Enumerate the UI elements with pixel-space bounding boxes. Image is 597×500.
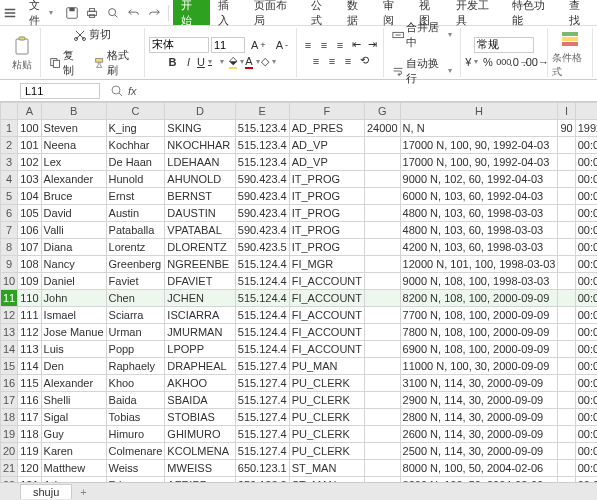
cell[interactable]: Hunold xyxy=(106,171,165,188)
cell[interactable]: Luis xyxy=(41,341,106,358)
cell[interactable] xyxy=(558,290,575,307)
col-header-A[interactable]: A xyxy=(18,103,41,120)
cell[interactable]: Sciarra xyxy=(106,307,165,324)
cell[interactable]: LPOPP xyxy=(165,341,235,358)
cell[interactable]: 00:00:00″ xyxy=(575,392,597,409)
cell[interactable] xyxy=(364,290,400,307)
fill-color-button[interactable]: ⬙▾ xyxy=(229,55,243,69)
cell[interactable]: 4200 N, 103, 60, 1998-03-03 xyxy=(400,239,558,256)
row-header[interactable]: 14 xyxy=(1,341,18,358)
cell[interactable]: 515.124.4 xyxy=(235,341,289,358)
cell[interactable]: Neena xyxy=(41,137,106,154)
cell[interactable] xyxy=(364,443,400,460)
cell[interactable]: PU_CLERK xyxy=(289,392,364,409)
cell[interactable]: 3100 N, 114, 30, 2000-09-09 xyxy=(400,375,558,392)
cell[interactable]: 515.124.4 xyxy=(235,307,289,324)
cell[interactable]: SKING xyxy=(165,120,235,137)
cell[interactable]: 112 xyxy=(18,324,41,341)
row-header[interactable]: 10 xyxy=(1,273,18,290)
col-header-C[interactable]: C xyxy=(106,103,165,120)
cell[interactable] xyxy=(364,154,400,171)
cell[interactable] xyxy=(364,239,400,256)
cell[interactable]: 00:00:00″ xyxy=(575,409,597,426)
cell[interactable] xyxy=(364,137,400,154)
row-header[interactable]: 2 xyxy=(1,137,18,154)
cell[interactable]: 110 xyxy=(18,290,41,307)
cell[interactable]: 515.123.4 xyxy=(235,120,289,137)
merge-button[interactable]: 合并居中▾ xyxy=(388,18,456,52)
cell[interactable]: FI_ACCOUNT xyxy=(289,273,364,290)
cell[interactable]: 2500 N, 114, 30, 2000-09-09 xyxy=(400,443,558,460)
cell[interactable]: DLORENTZ xyxy=(165,239,235,256)
row-header[interactable]: 22 xyxy=(1,477,18,483)
cell[interactable]: AHUNOLD xyxy=(165,171,235,188)
cell[interactable] xyxy=(364,409,400,426)
cell[interactable] xyxy=(558,358,575,375)
cell[interactable]: 515.123.4 xyxy=(235,137,289,154)
cell[interactable]: 590.423.4 xyxy=(235,222,289,239)
cell[interactable]: Sigal xyxy=(41,409,106,426)
cell[interactable]: Baida xyxy=(106,392,165,409)
cell[interactable]: 12000 N, 101, 100, 1998-03-03 xyxy=(400,256,558,273)
col-header-I[interactable]: I xyxy=(558,103,575,120)
row-header[interactable]: 21 xyxy=(1,460,18,477)
row-header[interactable]: 7 xyxy=(1,222,18,239)
row-header[interactable]: 13 xyxy=(1,324,18,341)
row-header[interactable]: 3 xyxy=(1,154,18,171)
cell[interactable]: GHIMURO xyxy=(165,426,235,443)
preview-icon[interactable] xyxy=(105,4,122,22)
cell[interactable]: 00:00:00″ xyxy=(575,324,597,341)
cell[interactable]: 00:00:00″ xyxy=(575,239,597,256)
cell[interactable]: IT_PROG xyxy=(289,239,364,256)
cell[interactable]: LDEHAAN xyxy=(165,154,235,171)
cell[interactable]: Tobias xyxy=(106,409,165,426)
cell[interactable] xyxy=(364,256,400,273)
cell[interactable]: 17000 N, 100, 90, 1992-04-03 xyxy=(400,137,558,154)
cell[interactable]: 515.127.4 xyxy=(235,392,289,409)
cell[interactable]: SBAIDA xyxy=(165,392,235,409)
clear-format-button[interactable]: ◇▾ xyxy=(261,55,275,69)
fx-button[interactable]: fx xyxy=(104,84,143,98)
cell[interactable]: 515.124.4 xyxy=(235,256,289,273)
cell[interactable]: FI_ACCOUNT xyxy=(289,324,364,341)
cell[interactable]: NGREENBE xyxy=(165,256,235,273)
cell[interactable]: 114 xyxy=(18,358,41,375)
col-header-D[interactable]: D xyxy=(165,103,235,120)
cell[interactable]: IT_PROG xyxy=(289,171,364,188)
cell[interactable] xyxy=(364,273,400,290)
cell[interactable]: Colmenare xyxy=(106,443,165,460)
cell[interactable]: VPATABAL xyxy=(165,222,235,239)
formula-input[interactable] xyxy=(143,84,597,98)
cell[interactable] xyxy=(364,171,400,188)
cell[interactable]: 515.124.4 xyxy=(235,324,289,341)
row-header[interactable]: 12 xyxy=(1,307,18,324)
cell[interactable] xyxy=(558,239,575,256)
redo-icon[interactable] xyxy=(146,4,163,22)
cell[interactable]: FI_ACCOUNT xyxy=(289,307,364,324)
cell[interactable]: 00:00:00″ xyxy=(575,443,597,460)
cell[interactable]: PU_CLERK xyxy=(289,375,364,392)
underline-button[interactable]: U▾ xyxy=(197,55,211,69)
row-header[interactable]: 20 xyxy=(1,443,18,460)
border-button[interactable]: ▾ xyxy=(213,55,227,69)
cell[interactable] xyxy=(364,307,400,324)
cell[interactable]: Daniel xyxy=(41,273,106,290)
cell[interactable]: 103 xyxy=(18,171,41,188)
cell[interactable]: 9000 N, 102, 60, 1992-04-03 xyxy=(400,171,558,188)
cell[interactable] xyxy=(558,409,575,426)
menu-formula[interactable]: 公式 xyxy=(303,0,339,25)
cell[interactable]: BERNST xyxy=(165,188,235,205)
cell[interactable] xyxy=(558,256,575,273)
save-icon[interactable] xyxy=(63,4,80,22)
sheet-tab[interactable]: shuju xyxy=(20,484,72,499)
bold-button[interactable]: B xyxy=(165,55,179,69)
cell[interactable]: 00:00:00″ xyxy=(575,341,597,358)
add-sheet-button[interactable]: + xyxy=(72,486,94,498)
cell[interactable] xyxy=(558,273,575,290)
col-header-J[interactable]: J xyxy=(575,103,597,120)
cell[interactable]: 515.127.4 xyxy=(235,443,289,460)
cell[interactable]: 590.423.5 xyxy=(235,239,289,256)
row-header[interactable]: 16 xyxy=(1,375,18,392)
cell[interactable]: STOBIAS xyxy=(165,409,235,426)
col-header-F[interactable]: F xyxy=(289,103,364,120)
